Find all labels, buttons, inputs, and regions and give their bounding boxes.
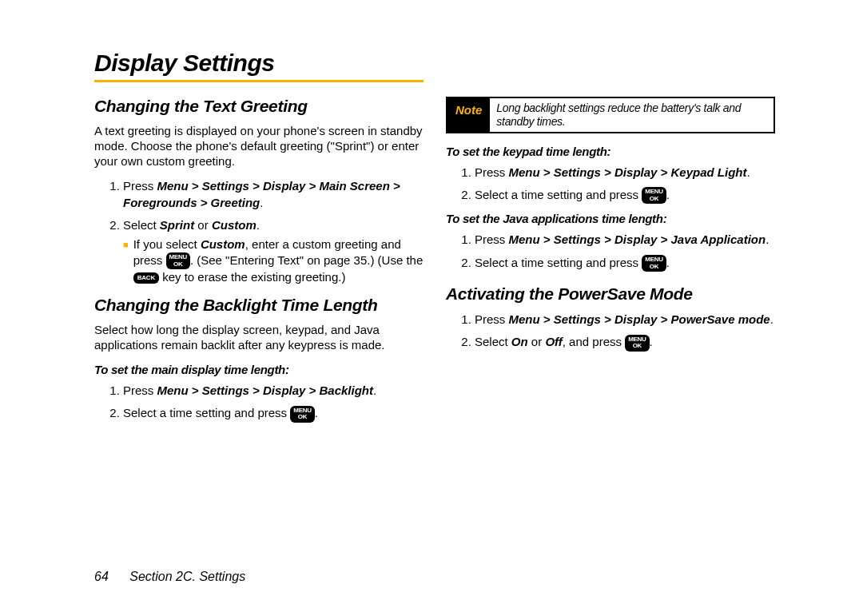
sub-keypad: To set the keypad time length: [446, 145, 775, 158]
backlight-step-2: Select a time setting and press MENUOK. [123, 405, 424, 422]
greeting-step-1: Press Menu > Settings > Display > Main S… [123, 178, 424, 211]
menu-ok-key-icon: MENUOK [290, 406, 314, 423]
powersave-step-2: Select On or Off, and press MENUOK. [475, 334, 775, 351]
keypad-step-2: Select a time setting and press MENUOK. [475, 187, 775, 204]
note-text: Long backlight settings reduce the batte… [490, 98, 774, 132]
keypad-step-1: Press Menu > Settings > Display > Keypad… [475, 165, 775, 181]
menu-path: Menu > Settings > Display > Backlight [157, 384, 374, 397]
powersave-steps: Press Menu > Settings > Display > PowerS… [446, 312, 775, 352]
menu-ok-key-icon: MENUOK [625, 335, 649, 352]
heading-text-greeting: Changing the Text Greeting [94, 97, 424, 116]
java-steps: Press Menu > Settings > Display > Java A… [446, 232, 775, 272]
two-column-layout: Changing the Text Greeting A text greeti… [94, 97, 815, 431]
heading-powersave: Activating the PowerSave Mode [446, 284, 775, 304]
sub-java: To set the Java applications time length… [446, 212, 775, 225]
greeting-sub-bullet: ■ If you select Custom, enter a custom g… [123, 236, 424, 284]
backlight-steps: Press Menu > Settings > Display > Backli… [94, 383, 424, 423]
menu-ok-key-icon: MENUOK [166, 252, 190, 269]
manual-page: Display Settings Changing the Text Greet… [0, 0, 863, 431]
menu-path: Menu > Settings > Display > Keypad Light [509, 165, 747, 179]
section-label: Section 2C. Settings [129, 570, 245, 583]
sub-bullet-text: If you select Custom, enter a custom gre… [133, 236, 424, 284]
heading-backlight: Changing the Backlight Time Length [94, 296, 424, 315]
page-number: 64 [94, 570, 109, 583]
bullet-icon: ■ [123, 236, 129, 284]
step-text: Select [123, 218, 160, 232]
greeting-body: A text greeting is displayed on your pho… [94, 124, 424, 169]
powersave-step-1: Press Menu > Settings > Display > PowerS… [475, 312, 775, 328]
backlight-body: Select how long the display screen, keyp… [94, 323, 424, 353]
java-step-2: Select a time setting and press MENUOK. [475, 255, 775, 272]
java-step-1: Press Menu > Settings > Display > Java A… [475, 232, 775, 248]
step-text: Press [123, 179, 157, 193]
right-column: Note Long backlight settings reduce the … [446, 97, 775, 431]
menu-ok-key-icon: MENUOK [642, 187, 666, 204]
menu-path: Menu > Settings > Display > Java Applica… [509, 232, 766, 246]
page-title: Display Settings [94, 50, 815, 77]
option-sprint: Sprint [160, 218, 194, 232]
keypad-steps: Press Menu > Settings > Display > Keypad… [446, 165, 775, 205]
sub-main-display: To set the main display time length: [94, 363, 424, 376]
left-column: Changing the Text Greeting A text greeti… [94, 97, 424, 431]
backlight-step-1: Press Menu > Settings > Display > Backli… [123, 383, 424, 399]
menu-ok-key-icon: MENUOK [642, 255, 666, 272]
note-box: Note Long backlight settings reduce the … [446, 97, 775, 133]
page-footer: 64 Section 2C. Settings [94, 570, 245, 584]
note-label: Note [447, 98, 490, 132]
option-custom: Custom [212, 218, 257, 232]
greeting-step-2: Select Sprint or Custom. ■ If you select… [123, 217, 424, 285]
menu-path: Menu > Settings > Display > PowerSave mo… [509, 312, 770, 326]
back-key-icon: BACK [133, 272, 159, 284]
greeting-steps: Press Menu > Settings > Display > Main S… [94, 178, 424, 284]
title-rule [94, 80, 424, 82]
